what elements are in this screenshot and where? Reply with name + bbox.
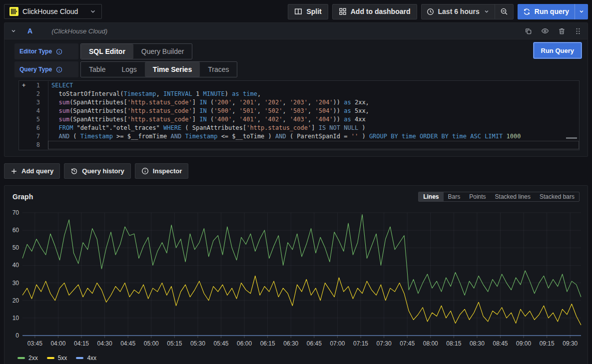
split-button[interactable]: Split <box>288 4 328 19</box>
editor-type-query-builder[interactable]: Query Builder <box>133 44 192 59</box>
legend-swatch <box>76 357 83 359</box>
line-number-gutter: +3 <box>19 98 48 107</box>
hide-response-eye-icon[interactable] <box>541 27 549 35</box>
legend-swatch <box>17 357 25 359</box>
editor-type-sql-editor[interactable]: SQL Editor <box>81 44 133 59</box>
svg-text:06:45: 06:45 <box>307 340 322 347</box>
graph-mode-toggle: Lines Bars Points Stacked lines Stacked … <box>418 192 580 202</box>
legend-label: 2xx <box>28 355 38 362</box>
graph-mode-stacked-lines[interactable]: Stacked lines <box>491 192 535 201</box>
inspector-label: Inspector <box>153 167 182 175</box>
query-type-toggle: Table Logs Time Series Traces <box>80 61 237 77</box>
time-range-label: Last 6 hours <box>438 7 480 15</box>
editor-type-label: Editor Type <box>19 48 52 55</box>
svg-text:08:45: 08:45 <box>493 340 508 347</box>
sql-line[interactable]: +7 AND ( Timestamp >= $__fromTime AND Ti… <box>19 132 579 141</box>
svg-text:05:45: 05:45 <box>213 340 228 347</box>
drag-handle-icon[interactable] <box>575 27 582 35</box>
svg-text:05:15: 05:15 <box>167 340 182 347</box>
sql-code-editor[interactable]: +1SELECT+2 toStartOfInterval(Timestamp, … <box>18 80 580 150</box>
add-to-dashboard-button[interactable]: Add to dashboard <box>332 4 417 19</box>
run-query-split-button: Run query <box>518 4 588 19</box>
query-type-logs[interactable]: Logs <box>113 62 144 77</box>
chevron-down-icon <box>579 8 585 14</box>
svg-text:06:00: 06:00 <box>237 340 252 347</box>
svg-text:70: 70 <box>12 209 19 216</box>
graph-mode-lines[interactable]: Lines <box>419 192 443 201</box>
line-number-gutter: +6 <box>19 124 48 132</box>
graph-mode-points[interactable]: Points <box>465 192 490 201</box>
line-number-gutter: +1 <box>19 81 48 90</box>
split-label: Split <box>306 7 321 15</box>
editor-hscrollbar[interactable] <box>566 137 577 139</box>
zoom-out-icon <box>500 7 508 15</box>
svg-text:09:30: 09:30 <box>563 340 578 347</box>
svg-text:08:00: 08:00 <box>423 340 438 347</box>
legend-label: 4xx <box>87 355 96 362</box>
time-controls: Last 6 hours <box>421 4 514 19</box>
sql-line[interactable]: +5 sum(SpanAttributes['http.status_code'… <box>19 115 579 124</box>
svg-text:08:15: 08:15 <box>446 340 461 347</box>
datasource-picker[interactable]: ClickHouse Cloud <box>4 4 102 19</box>
line-number-gutter: +4 <box>19 107 48 115</box>
query-ref-id: A <box>27 27 32 35</box>
svg-text:06:15: 06:15 <box>260 340 275 347</box>
sql-line[interactable]: +8 <box>19 141 579 149</box>
query-row-header[interactable]: A (ClickHouse Cloud) <box>4 23 588 39</box>
collapse-chevron-icon[interactable] <box>10 28 16 34</box>
info-circle-icon[interactable] <box>56 48 62 55</box>
query-type-time-series[interactable]: Time Series <box>145 62 200 77</box>
line-number-gutter: +5 <box>19 115 48 124</box>
add-to-dashboard-label: Add to dashboard <box>351 7 411 15</box>
sql-line[interactable]: +3 sum(SpanAttributes['http.status_code'… <box>19 98 579 107</box>
svg-text:04:15: 04:15 <box>74 340 89 347</box>
query-type-field-label: Query Type <box>14 61 78 77</box>
chevron-down-icon <box>89 8 96 15</box>
svg-text:0: 0 <box>15 332 19 339</box>
run-query-dropdown[interactable] <box>575 4 588 19</box>
svg-text:07:00: 07:00 <box>330 340 345 347</box>
sql-line[interactable]: +6 FROM "default"."otel_traces" WHERE ( … <box>19 124 579 132</box>
query-type-traces[interactable]: Traces <box>200 62 237 77</box>
run-query-editor-button[interactable]: Run Query <box>534 42 582 58</box>
svg-text:40: 40 <box>12 262 19 269</box>
svg-text:04:30: 04:30 <box>97 340 112 347</box>
sql-line[interactable]: +2 toStartOfInterval(Timestamp, INTERVAL… <box>19 90 579 98</box>
inspector-button[interactable]: Inspector <box>135 163 189 179</box>
svg-text:06:30: 06:30 <box>283 340 298 347</box>
query-history-button[interactable]: Query history <box>64 163 131 179</box>
plus-icon <box>10 168 17 175</box>
time-range-picker[interactable]: Last 6 hours <box>422 4 495 19</box>
zoom-out-button[interactable] <box>495 4 513 19</box>
graph-mode-bars[interactable]: Bars <box>444 192 465 201</box>
editor-type-toggle: SQL Editor Query Builder <box>80 43 192 59</box>
line-number-gutter: +2 <box>19 90 48 98</box>
clock-icon <box>427 8 434 15</box>
svg-text:04:00: 04:00 <box>50 340 65 347</box>
sql-line[interactable]: +4 sum(SpanAttributes['http.status_code'… <box>19 107 579 115</box>
graph-panel-title: Graph <box>12 193 33 201</box>
time-series-chart[interactable]: 01020304050607003:4504:0004:1504:3004:45… <box>8 203 584 351</box>
info-circle-icon <box>141 167 149 175</box>
run-query-button[interactable]: Run query <box>518 4 575 19</box>
add-query-button[interactable]: Add query <box>4 163 60 179</box>
line-number-gutter: +8 <box>19 141 48 149</box>
legend-item-4xx[interactable]: 4xx <box>76 355 96 362</box>
legend-label: 5xx <box>58 355 67 362</box>
duplicate-query-icon[interactable] <box>525 27 532 35</box>
remove-query-trash-icon[interactable] <box>558 27 566 35</box>
history-icon <box>70 167 78 175</box>
svg-text:30: 30 <box>12 280 19 287</box>
legend-item-2xx[interactable]: 2xx <box>17 355 38 362</box>
refresh-icon <box>523 8 531 15</box>
legend-item-5xx[interactable]: 5xx <box>47 355 67 362</box>
editor-type-field-label: Editor Type <box>14 43 78 59</box>
query-history-label: Query history <box>82 167 124 175</box>
svg-text:10: 10 <box>12 315 19 322</box>
add-line-plus-icon[interactable]: + <box>22 81 29 90</box>
info-circle-icon[interactable] <box>56 66 62 73</box>
query-type-table[interactable]: Table <box>81 62 113 77</box>
sql-line[interactable]: +1SELECT <box>19 81 579 90</box>
graph-mode-stacked-bars[interactable]: Stacked bars <box>535 192 579 201</box>
svg-text:20: 20 <box>12 297 19 304</box>
